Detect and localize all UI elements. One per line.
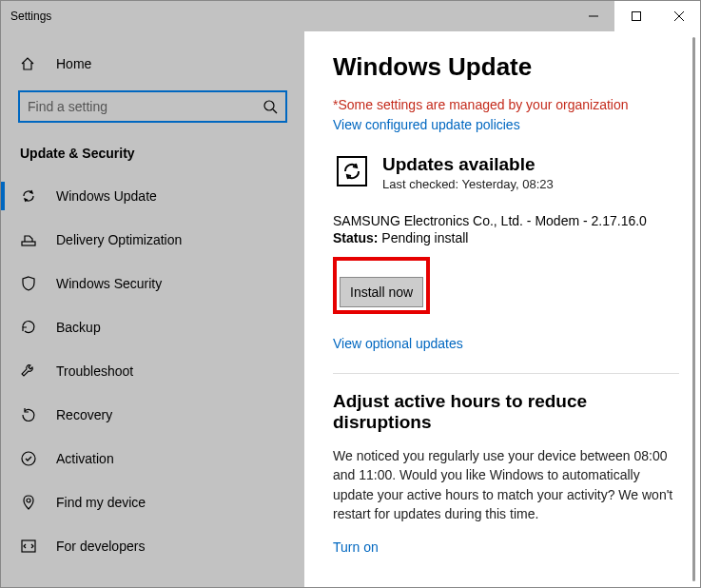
sidebar-item-label: Troubleshoot [56,363,133,379]
svg-rect-1 [632,12,640,21]
search-icon [263,99,278,114]
sidebar-home-label: Home [56,56,91,71]
managed-by-org-message: *Some settings are managed by your organ… [333,97,679,112]
content-pane: Windows Update *Some settings are manage… [304,31,700,587]
sidebar-item-label: Activation [56,451,114,466]
code-icon [20,538,41,555]
svg-point-8 [27,499,30,502]
svg-rect-6 [22,242,35,245]
sidebar-item-label: For developers [56,539,145,554]
home-icon [20,56,43,71]
page-title: Windows Update [333,52,679,82]
active-hours-title: Adjust active hours to reduce disruption… [333,391,679,433]
shield-icon [20,275,41,292]
sidebar-item-windows-update[interactable]: Windows Update [1,174,304,218]
view-policies-link[interactable]: View configured update policies [333,117,520,132]
updates-available-title: Updates available [382,154,554,175]
sidebar-home[interactable]: Home [1,49,304,79]
backup-icon [20,319,41,336]
search-box[interactable] [18,90,287,123]
sidebar-item-windows-security[interactable]: Windows Security [1,262,304,305]
sidebar-item-for-developers[interactable]: For developers [1,524,304,568]
delivery-icon [20,231,41,248]
sidebar-item-recovery[interactable]: Recovery [1,393,304,437]
svg-point-4 [264,101,274,110]
recovery-icon [20,406,41,423]
pending-update-status: Status: Pending install [333,230,679,245]
maximize-button[interactable] [614,1,657,31]
sidebar-item-label: Delivery Optimization [56,232,182,247]
sync-icon [20,187,41,205]
sidebar-item-activation[interactable]: Activation [1,437,304,480]
wrench-icon [20,363,41,380]
sidebar: Home Update & Security Windows Update De… [1,31,304,587]
sidebar-item-label: Recovery [56,407,112,422]
sidebar-item-label: Find my device [56,495,146,510]
sidebar-section-title: Update & Security [1,140,304,174]
close-button[interactable] [657,1,700,31]
turn-on-link[interactable]: Turn on [333,539,379,555]
svg-rect-10 [338,157,366,186]
sidebar-item-backup[interactable]: Backup [1,305,304,349]
section-divider [333,373,679,374]
window-title: Settings [1,10,51,23]
minimize-button[interactable] [572,1,614,31]
view-optional-updates-link[interactable]: View optional updates [333,336,463,351]
update-sync-icon [333,154,371,192]
search-input[interactable] [28,99,263,114]
location-icon [20,494,41,511]
sidebar-item-label: Backup [56,320,101,335]
sidebar-nav: Windows Update Delivery Optimization Win… [1,174,304,568]
pending-update-name: SAMSUNG Electronics Co., Ltd. - Modem - … [333,213,679,228]
svg-line-5 [273,109,277,113]
install-now-highlight: Install now [333,257,430,314]
titlebar: Settings [1,1,700,31]
last-checked-text: Last checked: Yesterday, 08:23 [382,177,554,191]
vertical-scrollbar[interactable] [692,37,695,581]
sidebar-item-delivery-optimization[interactable]: Delivery Optimization [1,218,304,262]
check-circle-icon [20,450,41,467]
sidebar-item-find-my-device[interactable]: Find my device [1,480,304,524]
sidebar-item-label: Windows Update [56,188,157,204]
active-hours-body: We noticed you regularly use your device… [333,446,679,523]
sidebar-item-label: Windows Security [56,276,162,291]
sidebar-item-troubleshoot[interactable]: Troubleshoot [1,349,304,393]
install-now-button[interactable]: Install now [340,277,423,307]
svg-point-7 [22,452,35,465]
